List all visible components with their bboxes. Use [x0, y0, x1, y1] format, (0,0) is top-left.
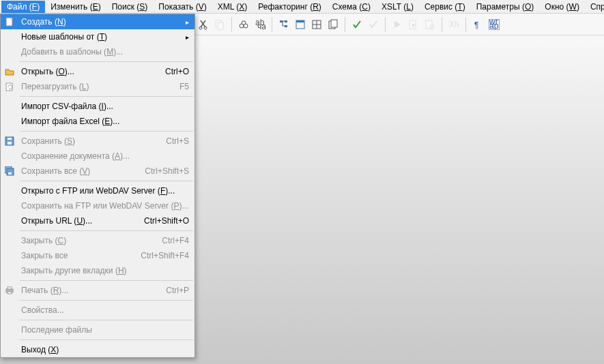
menu-label: Рефакторинг	[258, 2, 308, 12]
menu-accel: F	[32, 2, 37, 12]
run-icon	[390, 17, 405, 32]
svg-rect-12	[296, 20, 304, 22]
toolbar-separator	[385, 17, 386, 32]
tree-icon[interactable]	[276, 17, 291, 32]
check-icon[interactable]	[349, 17, 364, 32]
replace-icon[interactable]: abчас	[253, 17, 268, 32]
menu-label: Поиск	[112, 2, 134, 12]
xml-icon: XML	[446, 17, 461, 32]
menu-схема[interactable]: Схема (C)	[327, 1, 376, 13]
menu-label: Показать	[158, 2, 193, 12]
toolbar-separator	[465, 17, 466, 32]
svg-rect-8	[280, 20, 283, 22]
toolbar-separator	[345, 17, 345, 32]
menuitem-label: Создать (N)	[21, 17, 186, 27]
pilcrow-icon[interactable]: ¶	[470, 17, 485, 32]
menu-label: Схема	[332, 2, 357, 12]
menuitem-accel: N	[57, 17, 63, 27]
menu-xml[interactable]: XML (X)	[212, 1, 253, 13]
svg-text:ap: ap	[489, 21, 499, 30]
svg-text:XML: XML	[449, 20, 459, 29]
submenu-arrow-icon: ▸	[186, 18, 189, 26]
outline-icon[interactable]	[293, 17, 308, 32]
menu-label: Файл	[7, 2, 27, 12]
menu-показать[interactable]: Показать (V)	[153, 1, 212, 13]
cut-icon[interactable]	[196, 17, 211, 32]
svg-text:час: час	[257, 22, 265, 30]
menu-окно[interactable]: Окно (W)	[539, 1, 585, 13]
svg-rect-10	[285, 25, 287, 27]
menu-параметры[interactable]: Параметры (O)	[471, 1, 540, 13]
grid-icon[interactable]	[309, 17, 324, 32]
svg-rect-3	[218, 22, 223, 29]
menu-label: Изменить	[51, 2, 87, 12]
menu-accel: T	[457, 2, 462, 12]
svg-text:¶: ¶	[474, 20, 478, 30]
toolbar-separator	[442, 17, 442, 32]
wrap-icon[interactable]: wrap	[487, 17, 502, 32]
menuitem[interactable]: Создать (N)▸	[1, 14, 195, 29]
menu-label: Сервис	[425, 2, 452, 12]
new-icon	[4, 16, 15, 27]
menu-рефакторинг[interactable]: Рефакторинг (R)	[253, 1, 327, 13]
menu-accel: R	[313, 2, 319, 12]
menu-accel: O	[525, 2, 531, 12]
content-area	[0, 35, 604, 364]
sheets-icon[interactable]	[326, 17, 341, 32]
svg-rect-17	[331, 20, 337, 27]
menu-изменить[interactable]: Изменить (E)	[45, 1, 106, 13]
menu-label: Окно	[545, 2, 564, 12]
menu-label: XML	[218, 2, 234, 12]
find-icon[interactable]	[236, 17, 251, 32]
menu-label: XSLT	[382, 2, 401, 12]
menu-accel: E	[93, 2, 98, 12]
menu-accel: X	[239, 2, 244, 12]
svg-rect-9	[285, 20, 287, 22]
transform-icon	[406, 17, 421, 32]
toolbar-separator	[231, 17, 232, 32]
menu-accel: V	[199, 2, 204, 12]
toolbar-separator	[272, 17, 272, 32]
validate-icon	[366, 17, 381, 32]
menubar: Файл (F)Изменить (E)Поиск (S)Показать (V…	[0, 0, 604, 14]
svg-point-4	[240, 24, 244, 28]
menu-accel: W	[569, 2, 577, 12]
menu-accel: C	[362, 2, 368, 12]
menu-сервис[interactable]: Сервис (T)	[419, 1, 471, 13]
menu-label: Параметры	[476, 2, 520, 12]
copy-icon	[212, 17, 227, 32]
menu-label: Справка	[590, 2, 604, 12]
menu-поиск[interactable]: Поиск (S)	[106, 1, 154, 13]
menu-xslt[interactable]: XSLT (L)	[376, 1, 419, 13]
menu-accel: S	[139, 2, 145, 12]
menu-файл[interactable]: Файл (F)	[1, 1, 45, 13]
menu-справка[interactable]: Справка (H)	[585, 1, 604, 13]
svg-point-5	[244, 24, 248, 28]
menu-accel: L	[406, 2, 411, 12]
debug-icon	[422, 17, 437, 32]
